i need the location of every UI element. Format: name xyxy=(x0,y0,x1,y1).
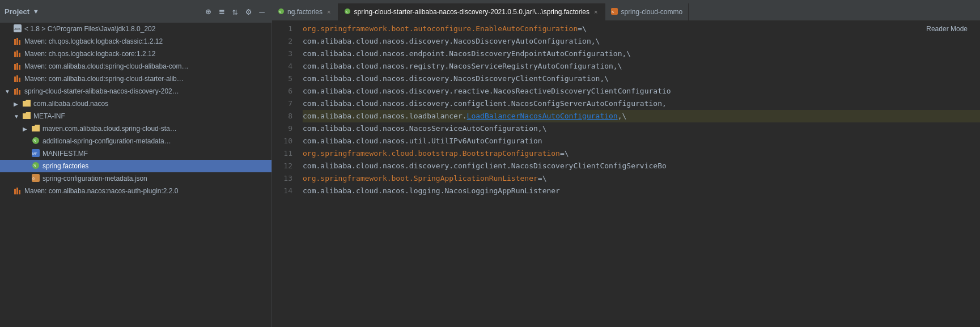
svg-rect-13 xyxy=(19,78,20,82)
svg-rect-2 xyxy=(14,39,16,45)
svg-text:S: S xyxy=(33,138,36,143)
maven-icon xyxy=(12,62,23,71)
code-value: com.alibaba.cloud.nacos.registry.NacosSe… xyxy=(303,60,622,73)
tree-item-maven.com.alibaba[interactable]: ▶maven.com.alibaba.cloud.spring-cloud-st… xyxy=(0,122,271,135)
tree-item-label: additional-spring-configuration-metadata… xyxy=(43,137,171,145)
code-link: LoadBalancerNacosAutoConfiguration xyxy=(467,110,618,122)
tree-item-label: com.alibaba.cloud.nacos xyxy=(33,100,108,108)
code-area[interactable]: org.springframework.boot.autoconfigure.E… xyxy=(297,20,980,327)
code-line: com.alibaba.cloud.nacos.discovery.config… xyxy=(303,97,980,110)
tab-tab-factories-full[interactable]: Sspring-cloud-starter-alibaba-nacos-disc… xyxy=(338,3,605,20)
tab-tab-factories-short[interactable]: Sng.factories× xyxy=(272,3,338,20)
svg-rect-9 xyxy=(16,63,18,70)
code-line: com.alibaba.cloud.nacos.discovery.reacti… xyxy=(303,85,980,97)
add-icon[interactable]: ⊕ xyxy=(203,5,214,18)
tree-item-spring-cloud-starter-ali[interactable]: Maven: com.alibaba.cloud:spring-cloud-st… xyxy=(0,73,271,85)
code-value: =\ xyxy=(578,23,587,35)
line-number: 10 xyxy=(272,135,292,147)
tree-item-com.alibaba.cloud.nacos[interactable]: ▶com.alibaba.cloud.nacos xyxy=(0,97,271,110)
line-number: 9 xyxy=(272,122,292,135)
jdk-icon: JDK xyxy=(12,24,23,34)
settings-icon[interactable]: ⚙ xyxy=(244,5,254,18)
tree-item-MANIFEST.MF[interactable]: MFMANIFEST.MF xyxy=(0,147,271,160)
tree-item-META-INF[interactable]: ▼META-INF xyxy=(0,110,271,122)
line-number: 11 xyxy=(272,147,292,160)
tree-item-additional-spring[interactable]: Sadditional-spring-configuration-metadat… xyxy=(0,135,271,147)
line-number: 14 xyxy=(272,185,292,197)
svg-rect-27 xyxy=(19,190,20,194)
svg-text:S: S xyxy=(33,163,36,168)
reader-mode-button[interactable]: Reader Mode xyxy=(923,24,971,34)
code-value: ,\ xyxy=(618,110,627,122)
line-number: 2 xyxy=(272,35,292,48)
line-number: 4 xyxy=(272,60,292,73)
minimize-icon[interactable]: — xyxy=(257,5,267,18)
maven-icon xyxy=(12,186,23,196)
line-number: 1 xyxy=(272,23,292,35)
tree-item-spring-config-metadata[interactable]: {}spring-configuration-metadata.json xyxy=(0,172,271,185)
code-value: =\ xyxy=(560,147,569,160)
sort-icon[interactable]: ⇅ xyxy=(230,5,240,18)
tree-item-spring-cloud-starter-2021[interactable]: ▼spring-cloud-starter-alibaba-nacos-disc… xyxy=(0,85,271,97)
tab-close-button[interactable]: × xyxy=(325,8,332,16)
tree-item-logback-classic[interactable]: Maven: ch.qos.logback:logback-classic:1.… xyxy=(0,35,271,48)
svg-text:S: S xyxy=(346,10,348,14)
svg-rect-25 xyxy=(14,189,16,194)
code-line: com.alibaba.cloud.nacos.logging.NacosLog… xyxy=(303,185,980,197)
tree-item-jdk[interactable]: JDK< 1.8 > C:\Program Files\Java\jdk1.8.… xyxy=(0,23,271,35)
editor-content: 1234567891011121314 org.springframework.… xyxy=(272,20,980,327)
code-line: org.springframework.cloud.bootstrap.Boot… xyxy=(303,147,980,160)
svg-rect-4 xyxy=(19,40,20,45)
code-value: com.alibaba.cloud.nacos.discovery.NacosD… xyxy=(303,35,600,48)
tab-label: spring-cloud-commo xyxy=(621,8,682,16)
svg-text:S: S xyxy=(612,10,614,14)
code-value: com.alibaba.cloud.nacos.discovery.NacosD… xyxy=(303,73,609,85)
equalizer-icon[interactable]: ≡ xyxy=(217,5,227,18)
tree-item-label: spring-configuration-metadata.json xyxy=(43,175,147,182)
tab-close-button[interactable]: × xyxy=(592,8,599,16)
tree-item-label: maven.com.alibaba.cloud.spring-cloud-sta… xyxy=(43,125,177,133)
tree-item-logback-core[interactable]: Maven: ch.qos.logback:logback-core:1.2.1… xyxy=(0,48,271,60)
tree-item-label: Maven: ch.qos.logback:logback-core:1.2.1… xyxy=(24,50,155,58)
tab-orange-icon: S xyxy=(611,8,618,16)
code-line: com.alibaba.cloud.nacos.NacosServiceAuto… xyxy=(303,122,980,135)
code-value: com.alibaba.cloud.nacos.discovery.config… xyxy=(303,160,667,172)
svg-rect-8 xyxy=(14,64,16,70)
code-value: com.alibaba.cloud.nacos.endpoint.NacosDi… xyxy=(303,48,631,60)
tree-item-label: Maven: com.alibaba.cloud:spring-cloud-st… xyxy=(24,75,184,83)
line-number: 5 xyxy=(272,73,292,85)
maven-icon xyxy=(12,37,23,46)
code-line: com.alibaba.cloud.nacos.discovery.NacosD… xyxy=(303,35,980,48)
editor-area: Sng.factories×Sspring-cloud-starter-alib… xyxy=(272,0,980,327)
line-number: 3 xyxy=(272,48,292,60)
code-line: org.springframework.boot.autoconfigure.E… xyxy=(303,23,980,35)
tree-item-spring.factories[interactable]: Sspring.factories xyxy=(0,160,271,172)
svg-rect-3 xyxy=(16,38,18,45)
tab-spring-icon: S xyxy=(344,8,351,16)
code-value: =\ xyxy=(538,172,547,185)
tab-tab-common[interactable]: Sspring-cloud-commo xyxy=(605,3,689,20)
code-key: org.springframework.boot.SpringApplicati… xyxy=(303,172,538,185)
line-number: 6 xyxy=(272,85,292,97)
tree-item-label: MANIFEST.MF xyxy=(43,150,88,158)
tree-item-label: spring-cloud-starter-alibaba-nacos-disco… xyxy=(24,87,179,95)
svg-text:{}: {} xyxy=(32,177,35,180)
line-numbers: 1234567891011121314 xyxy=(272,20,297,327)
tree-item-spring-cloud-alibaba-com[interactable]: Maven: com.alibaba.cloud:spring-cloud-al… xyxy=(0,60,271,73)
sidebar-header: Project ▼ ⊕ ≡ ⇅ ⚙ — xyxy=(0,0,271,23)
line-number: 7 xyxy=(272,97,292,110)
tree-item-nacos-auth-plugin[interactable]: Maven: com.alibaba.nacos:nacos-auth-plug… xyxy=(0,185,271,197)
svg-rect-5 xyxy=(14,52,16,57)
code-value: com.alibaba.cloud.nacos.discovery.config… xyxy=(303,97,667,110)
tab-spring-icon: S xyxy=(278,8,285,16)
svg-text:JDK: JDK xyxy=(14,27,20,31)
sidebar-dropdown-arrow[interactable]: ▼ xyxy=(34,8,38,15)
code-line: org.springframework.boot.SpringApplicati… xyxy=(303,172,980,185)
tabs-bar: Sng.factories×Sspring-cloud-starter-alib… xyxy=(272,0,980,20)
svg-rect-7 xyxy=(19,53,20,57)
code-line: com.alibaba.cloud.nacos.registry.NacosSe… xyxy=(303,60,980,73)
tree-item-label: META-INF xyxy=(33,112,65,120)
svg-rect-16 xyxy=(19,90,20,95)
svg-rect-14 xyxy=(14,89,16,95)
svg-rect-26 xyxy=(16,188,18,194)
